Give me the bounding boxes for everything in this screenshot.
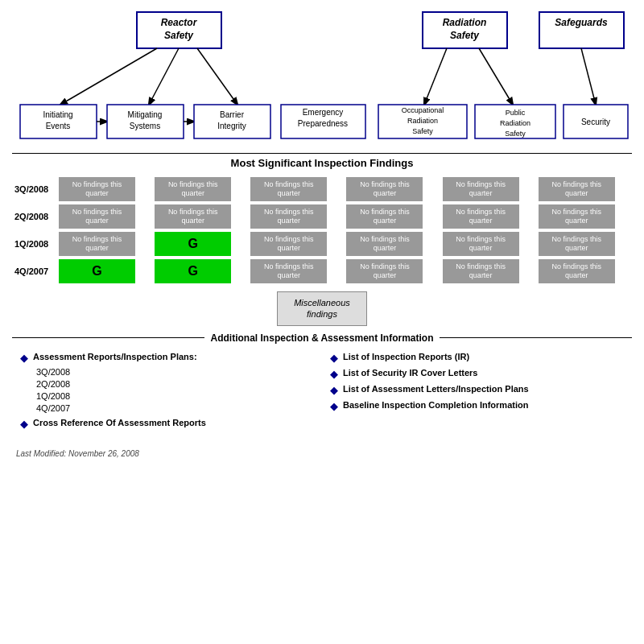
- no-finding-box: No findings this quarter: [346, 232, 423, 256]
- top-divider: [12, 153, 632, 154]
- svg-text:Preparedness: Preparedness: [298, 119, 348, 128]
- svg-text:Radiation: Radiation: [443, 17, 487, 28]
- svg-text:Barrier: Barrier: [220, 110, 245, 119]
- finding-cell: No findings this quarter: [440, 230, 536, 258]
- svg-line-12: [479, 48, 513, 105]
- no-finding-box: No findings this quarter: [443, 259, 519, 283]
- right-bullet-text: Baseline Inspection Completion Informati…: [343, 400, 528, 410]
- finding-cell: No findings this quarter: [440, 258, 536, 285]
- svg-text:Public: Public: [506, 109, 526, 117]
- no-finding-box: No findings this quarter: [250, 232, 327, 256]
- no-finding-box: No findings this quarter: [155, 177, 231, 201]
- misc-findings-box: Miscellaneousfindings: [277, 291, 367, 326]
- no-finding-box: No findings this quarter: [250, 204, 327, 229]
- no-finding-box: No findings this quarter: [346, 204, 423, 229]
- assessment-reports-label: Assessment Reports/Inspection Plans:: [33, 352, 197, 361]
- finding-cell: No findings this quarter: [440, 175, 536, 203]
- diamond-icon-right: ◆: [330, 400, 338, 412]
- finding-cell: No findings this quarter: [248, 175, 344, 203]
- no-finding-box: No findings this quarter: [59, 204, 135, 229]
- no-finding-box: No findings this quarter: [155, 204, 231, 229]
- quarter-label: 1Q/2008: [12, 230, 56, 258]
- svg-text:Integrity: Integrity: [217, 122, 246, 130]
- finding-cell[interactable]: G: [56, 258, 152, 285]
- cross-ref-item[interactable]: ◆ Cross Reference Of Assessment Reports: [20, 418, 314, 430]
- right-bullet-text: List of Assessment Letters/Inspection Pl…: [343, 384, 529, 394]
- right-bullet-text: List of Security IR Cover Letters: [343, 368, 478, 378]
- no-finding-box: No findings this quarter: [443, 232, 519, 256]
- green-finding-box: G: [59, 259, 135, 283]
- assessment-link[interactable]: 4Q/2007: [36, 403, 314, 413]
- svg-line-8: [60, 48, 157, 105]
- right-items: ◆List of Inspection Reports (IR)◆List of…: [330, 352, 624, 412]
- svg-line-9: [149, 48, 179, 105]
- no-finding-box: No findings this quarter: [250, 259, 327, 283]
- svg-text:Safety: Safety: [505, 130, 526, 138]
- findings-row: 2Q/2008No findings this quarterNo findin…: [12, 203, 632, 230]
- divider-line-right: [440, 337, 632, 338]
- finding-cell[interactable]: G: [152, 230, 248, 258]
- no-finding-box: No findings this quarter: [443, 177, 519, 201]
- diamond-icon-cross: ◆: [20, 418, 28, 430]
- misc-findings-area: Miscellaneousfindings: [12, 291, 632, 326]
- no-finding-box: No findings this quarter: [539, 259, 615, 283]
- assessment-link[interactable]: 3Q/2008: [36, 367, 314, 377]
- svg-text:Systems: Systems: [130, 122, 160, 130]
- right-bullet-text: List of Inspection Reports (IR): [343, 352, 469, 361]
- finding-cell: No findings this quarter: [56, 203, 152, 230]
- page: Reactor Safety Radiation Safety Safeguar…: [0, 0, 644, 466]
- svg-line-13: [581, 48, 596, 105]
- assessment-links: 3Q/20082Q/20081Q/20084Q/2007: [20, 367, 314, 413]
- svg-line-11: [424, 48, 447, 105]
- finding-cell: No findings this quarter: [248, 258, 344, 285]
- finding-cell: No findings this quarter: [344, 258, 440, 285]
- findings-row: 1Q/2008No findings this quarterGNo findi…: [12, 230, 632, 258]
- svg-text:Safeguards: Safeguards: [555, 17, 608, 28]
- no-finding-box: No findings this quarter: [346, 259, 423, 283]
- assessment-reports-item: ◆ Assessment Reports/Inspection Plans:: [20, 352, 314, 364]
- finding-cell: No findings this quarter: [536, 258, 632, 285]
- additional-content: ◆ Assessment Reports/Inspection Plans: 3…: [12, 352, 632, 433]
- finding-cell: No findings this quarter: [440, 203, 536, 230]
- svg-text:Events: Events: [46, 122, 71, 130]
- svg-text:Mitigating: Mitigating: [128, 110, 163, 119]
- no-finding-box: No findings this quarter: [443, 204, 519, 229]
- quarter-label: 2Q/2008: [12, 203, 56, 230]
- finding-cell: No findings this quarter: [248, 203, 344, 230]
- findings-table: 3Q/2008No findings this quarterNo findin…: [12, 175, 632, 285]
- right-bullet-item[interactable]: ◆List of Security IR Cover Letters: [330, 368, 624, 380]
- finding-cell[interactable]: G: [152, 258, 248, 285]
- diamond-icon-right: ◆: [330, 352, 338, 364]
- misc-findings-label: Miscellaneousfindings: [294, 298, 350, 319]
- findings-row: 3Q/2008No findings this quarterNo findin…: [12, 175, 632, 203]
- additional-divider: Additional Inspection & Assessment Infor…: [12, 332, 632, 344]
- quarter-label: 4Q/2007: [12, 258, 56, 285]
- left-column: ◆ Assessment Reports/Inspection Plans: 3…: [20, 352, 314, 433]
- findings-row: 4Q/2007GGNo findings this quarterNo find…: [12, 258, 632, 285]
- green-finding-box: G: [155, 232, 231, 256]
- finding-cell: No findings this quarter: [248, 230, 344, 258]
- green-finding-box: G: [155, 259, 231, 283]
- findings-title: Most Significant Inspection Findings: [12, 157, 632, 169]
- svg-text:Safety: Safety: [164, 30, 194, 41]
- svg-text:Initiating: Initiating: [43, 110, 72, 119]
- right-bullet-item[interactable]: ◆Baseline Inspection Completion Informat…: [330, 400, 624, 412]
- no-finding-box: No findings this quarter: [59, 232, 135, 256]
- diamond-icon-1: ◆: [20, 352, 28, 364]
- no-finding-box: No findings this quarter: [346, 177, 423, 201]
- finding-cell: No findings this quarter: [536, 230, 632, 258]
- right-bullet-item[interactable]: ◆List of Inspection Reports (IR): [330, 352, 624, 364]
- no-finding-box: No findings this quarter: [539, 232, 615, 256]
- no-finding-box: No findings this quarter: [59, 177, 135, 201]
- right-bullet-item[interactable]: ◆List of Assessment Letters/Inspection P…: [330, 384, 624, 396]
- assessment-link[interactable]: 2Q/2008: [36, 379, 314, 389]
- diamond-icon-right: ◆: [330, 384, 338, 396]
- finding-cell: No findings this quarter: [344, 230, 440, 258]
- svg-text:Safety: Safety: [412, 127, 433, 135]
- svg-line-10: [197, 48, 237, 105]
- assessment-link[interactable]: 1Q/2008: [36, 391, 314, 401]
- right-column: ◆List of Inspection Reports (IR)◆List of…: [330, 352, 624, 433]
- no-finding-box: No findings this quarter: [539, 204, 615, 229]
- quarter-label: 3Q/2008: [12, 175, 56, 203]
- divider-line-left: [12, 337, 204, 338]
